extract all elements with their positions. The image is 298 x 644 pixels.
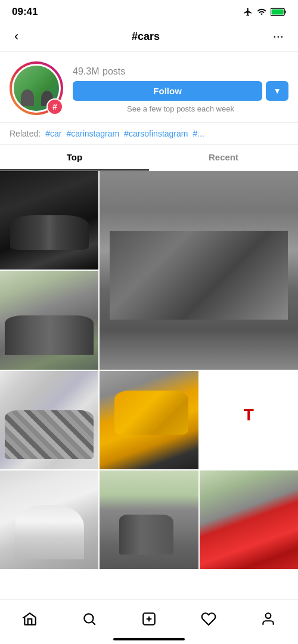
battery-icon (271, 8, 286, 16)
bottom-nav (0, 599, 298, 644)
home-icon (22, 611, 38, 627)
related-tag-more[interactable]: #... (193, 129, 204, 138)
nav-heart[interactable] (195, 606, 222, 632)
follow-row: Follow ▼ (73, 81, 288, 101)
profile-icon (260, 611, 276, 627)
grid-item-gray-road[interactable] (100, 470, 198, 569)
hashtag-badge: # (46, 98, 63, 115)
profile-info: 49.3M posts Follow ▼ See a few top posts… (73, 64, 288, 113)
nav-home[interactable] (17, 606, 43, 632)
svg-rect-1 (285, 11, 286, 14)
grid-item-parking-lot[interactable] (100, 171, 298, 370)
related-label: Related: (10, 129, 41, 138)
grid-item-black-bmw[interactable] (0, 171, 98, 270)
tabs: Top Recent (0, 145, 298, 171)
tab-recent[interactable]: Recent (149, 145, 298, 171)
nav-add[interactable] (136, 606, 162, 632)
status-bar: 09:41 (0, 0, 298, 21)
follow-button[interactable]: Follow (73, 81, 262, 101)
header: ‹ #cars ··· (0, 21, 298, 52)
related-tags: #car #carinstagram #carsofinstagram #... (45, 129, 204, 138)
svg-point-5 (266, 613, 271, 618)
home-indicator (113, 638, 185, 640)
photo-grid (0, 171, 298, 569)
add-icon (141, 611, 157, 627)
tab-top[interactable]: Top (0, 145, 149, 171)
grid-item-tesla-interior[interactable] (200, 371, 298, 469)
grid-item-red-partial[interactable] (200, 470, 298, 569)
status-time: 09:41 (12, 6, 38, 18)
airplane-icon (243, 7, 253, 17)
back-button[interactable]: ‹ (10, 26, 23, 47)
svg-point-3 (84, 614, 93, 623)
see-posts-text: See a few top posts each week (73, 104, 288, 113)
post-count: 49.3M posts (73, 64, 288, 78)
related-section: Related: #car #carinstagram #carsofinsta… (0, 122, 298, 145)
grid-item-camo-car[interactable] (0, 371, 98, 469)
status-icons (243, 7, 286, 17)
wifi-icon (256, 7, 267, 17)
follow-dropdown-button[interactable]: ▼ (266, 81, 288, 101)
grid-item-silver-sedan[interactable] (0, 271, 98, 369)
more-button[interactable]: ··· (268, 26, 288, 47)
nav-profile[interactable] (255, 606, 281, 632)
grid-item-white-front[interactable] (0, 470, 98, 569)
related-tag-carsofinstagram[interactable]: #carsofinstagram (124, 129, 188, 138)
heart-icon (201, 611, 216, 627)
page-title: #cars (132, 30, 160, 43)
related-tag-carinstagram[interactable]: #carinstagram (66, 129, 119, 138)
related-tag-car[interactable]: #car (45, 129, 61, 138)
svg-rect-2 (272, 10, 284, 15)
grid-item-yellow-sports[interactable] (100, 371, 198, 469)
avatar-container: # (10, 61, 63, 115)
profile-section: # 49.3M posts Follow ▼ See a few top pos… (0, 52, 298, 122)
nav-search[interactable] (76, 606, 103, 632)
search-icon (82, 611, 97, 627)
